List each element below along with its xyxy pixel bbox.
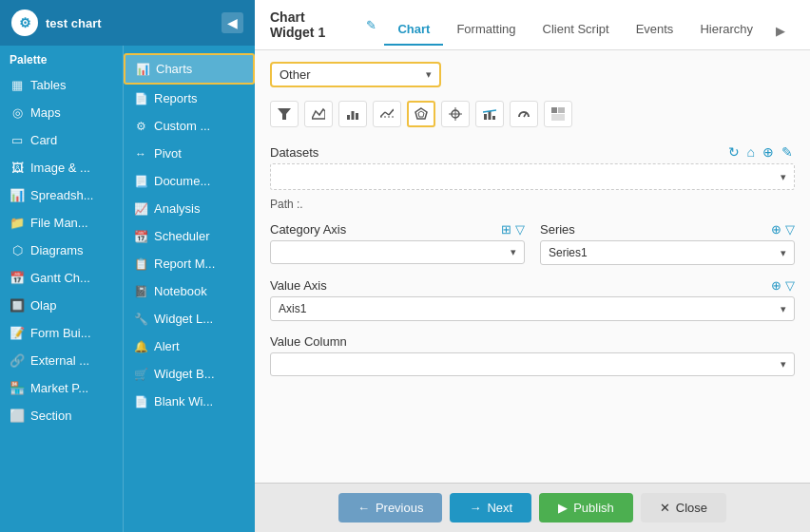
- tab-chart[interactable]: Chart: [384, 14, 443, 46]
- main-panel: Chart Widget 1 ✎ Chart Formatting Client…: [255, 0, 810, 532]
- sidebar-item-external[interactable]: 🔗 External ...: [0, 347, 123, 374]
- datasets-home-btn[interactable]: ⌂: [745, 144, 757, 160]
- value-axis-dropdown[interactable]: Axis1 ▾: [270, 296, 795, 321]
- gauge-chart-btn[interactable]: [510, 101, 538, 127]
- series-filter-btn[interactable]: ▽: [785, 222, 795, 237]
- sidebar-item-card[interactable]: ▭ Card: [0, 126, 123, 154]
- sidebar-subitem-scheduler[interactable]: 📆 Scheduler: [124, 222, 255, 250]
- sidebar-subitem-reports[interactable]: 📄 Reports: [124, 85, 255, 112]
- sidebar-item-image[interactable]: 🖼 Image & ...: [0, 154, 123, 181]
- formbuilder-icon: 📝: [10, 326, 25, 340]
- sidebar-subitem-analysis[interactable]: 📈 Analysis: [124, 195, 255, 222]
- chart-type-value: Other: [280, 67, 311, 82]
- sidebar-item-gantt[interactable]: 📅 Gantt Ch...: [0, 264, 123, 292]
- sidebar-item-label: Form Bui...: [30, 326, 91, 340]
- sidebar-subitem-pivot[interactable]: ↔ Pivot: [124, 140, 255, 167]
- sidebar-back-button[interactable]: ◀: [222, 12, 243, 33]
- category-axis-label: Category Axis: [270, 222, 346, 237]
- sidebar-subitem-charts[interactable]: 📊 Charts: [124, 53, 255, 85]
- series-add-btn[interactable]: ⊕: [771, 222, 781, 237]
- spreadsheet-icon: 📊: [10, 188, 25, 202]
- sidebar-item-diagrams[interactable]: ⬡ Diagrams: [0, 237, 123, 264]
- chart-type-row: Other ▾: [270, 62, 795, 87]
- sidebar-item-tables[interactable]: ▦ Tables: [0, 71, 123, 99]
- sidebar-subitem-label: Scheduler: [154, 229, 210, 243]
- previous-button[interactable]: ← Previous: [338, 493, 443, 522]
- alert-icon: 🔔: [133, 340, 148, 353]
- scatter-chart-btn[interactable]: [441, 101, 470, 127]
- sidebar-subitem-label: Custom ...: [154, 119, 210, 133]
- value-column-dropdown[interactable]: ▾: [270, 352, 795, 376]
- datasets-edit-btn[interactable]: ✎: [780, 144, 795, 160]
- tables-icon: ▦: [10, 78, 25, 92]
- next-button[interactable]: → Next: [450, 493, 531, 522]
- sidebar-subitem-blankwi[interactable]: 📄 Blank Wi...: [124, 388, 255, 415]
- sidebar-item-spreadsheet[interactable]: 📊 Spreadsh...: [0, 181, 123, 209]
- filter-btn[interactable]: [270, 101, 299, 127]
- sidebar-item-label: Tables: [30, 78, 67, 92]
- series-dropdown[interactable]: Series1 ▾: [540, 240, 795, 265]
- svg-line-17: [483, 110, 496, 112]
- svg-rect-3: [352, 111, 355, 120]
- line-chart-btn[interactable]: [373, 101, 401, 127]
- edit-icon[interactable]: ✎: [366, 18, 376, 42]
- sidebar-item-olap[interactable]: 🔲 Olap: [0, 292, 123, 319]
- category-axis-filter-btn[interactable]: ▽: [515, 222, 525, 237]
- category-axis-config-btn[interactable]: ⊞: [501, 222, 511, 237]
- datasets-section-header: Datasets ↻ ⌂ ⊕ ✎: [270, 144, 795, 160]
- sidebar-item-maps[interactable]: ◎ Maps: [0, 99, 123, 126]
- close-button[interactable]: ✕ Close: [641, 493, 726, 522]
- sidebar-subitem-label: Charts: [156, 62, 192, 76]
- pivot-icon: ↔: [133, 147, 148, 161]
- sidebar-subitem-alert[interactable]: 🔔 Alert: [124, 332, 255, 360]
- tab-formatting[interactable]: Formatting: [443, 14, 529, 46]
- category-axis-dropdown[interactable]: ▾: [270, 240, 525, 264]
- value-column-arrow: ▾: [781, 358, 786, 370]
- prev-label: Previous: [376, 501, 424, 515]
- value-axis-arrow: ▾: [781, 303, 786, 315]
- charts-icon: 📊: [135, 63, 150, 76]
- sidebar-subitem-custom[interactable]: ⚙ Custom ...: [124, 112, 255, 140]
- palette-label: Palette: [0, 46, 123, 71]
- chart-type-arrow: ▾: [426, 68, 432, 81]
- gantt-icon: 📅: [10, 271, 25, 285]
- sidebar-subitem-label: Widget B...: [154, 367, 215, 381]
- publish-icon: ▶: [558, 501, 568, 515]
- series-col: Series ⊕ ▽ Series1 ▾: [540, 222, 795, 265]
- tab-clientscript[interactable]: Client Script: [530, 14, 623, 46]
- sidebar-subitem-notebook[interactable]: 📓 Notebook: [124, 277, 255, 305]
- sidebar-item-label: Section: [30, 408, 71, 423]
- radar-chart-btn[interactable]: [407, 101, 435, 127]
- bar-chart-btn[interactable]: [338, 101, 367, 127]
- area-chart-btn[interactable]: [304, 101, 333, 127]
- sidebar-subitem-widgetl[interactable]: 🔧 Widget L...: [124, 305, 255, 332]
- sidebar-subitem-reportm[interactable]: 📋 Report M...: [124, 250, 255, 277]
- svg-rect-15: [489, 111, 492, 120]
- series-arrow: ▾: [781, 247, 786, 259]
- value-axis-add-btn[interactable]: ⊕: [771, 278, 781, 293]
- sidebar-right-panel: 📊 Charts 📄 Reports ⚙ Custom ... ↔ Pivot …: [124, 46, 255, 532]
- prev-icon: ←: [357, 501, 370, 515]
- close-icon: ✕: [660, 501, 670, 515]
- sidebar-item-label: Spreadsh...: [30, 188, 94, 202]
- sidebar-item-formbuilder[interactable]: 📝 Form Bui...: [0, 319, 123, 347]
- svg-line-5: [380, 112, 385, 117]
- value-axis-filter-btn[interactable]: ▽: [785, 278, 795, 293]
- tab-more-button[interactable]: ▶: [766, 16, 795, 46]
- tab-hierarchy[interactable]: Hierarchy: [686, 14, 766, 46]
- datasets-refresh-btn[interactable]: ↻: [726, 144, 742, 160]
- tree-chart-btn[interactable]: [544, 101, 572, 127]
- sidebar-item-section[interactable]: ⬜ Section: [0, 402, 123, 429]
- sidebar-item-market[interactable]: 🏪 Market P...: [0, 374, 123, 402]
- tab-events[interactable]: Events: [623, 14, 687, 46]
- sidebar-subitem-widgetb[interactable]: 🛒 Widget B...: [124, 360, 255, 388]
- combo-chart-btn[interactable]: [475, 101, 504, 127]
- chart-type-dropdown[interactable]: Other ▾: [270, 62, 441, 87]
- sidebar-item-label: Image & ...: [30, 161, 90, 175]
- blankwi-icon: 📄: [133, 395, 148, 408]
- sidebar-subitem-document[interactable]: 📃 Docume...: [124, 167, 255, 195]
- sidebar-item-filemanager[interactable]: 📁 File Man...: [0, 209, 123, 237]
- datasets-add-btn[interactable]: ⊕: [761, 144, 776, 160]
- datasets-dropdown[interactable]: ▾: [270, 163, 795, 190]
- publish-button[interactable]: ▶ Publish: [539, 493, 633, 522]
